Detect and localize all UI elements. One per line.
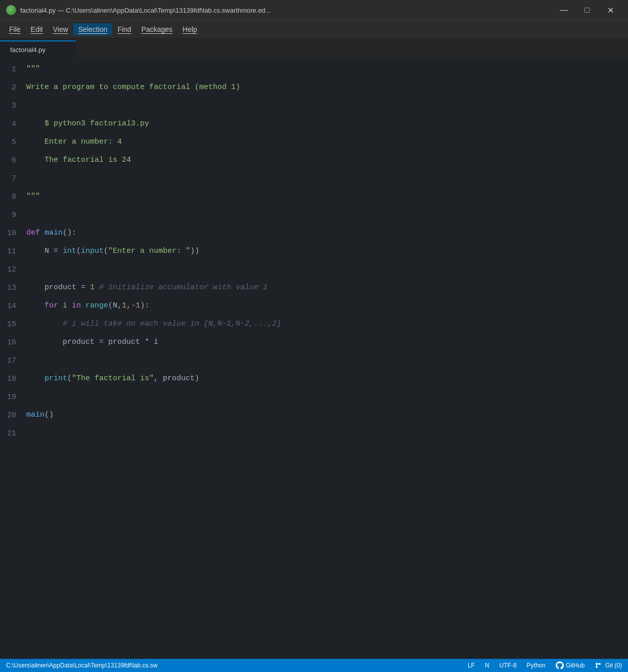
line-number: 14 bbox=[0, 302, 26, 310]
line-number: 10 bbox=[0, 229, 26, 238]
status-encoding[interactable]: UTF-8 bbox=[500, 662, 517, 669]
table-row: 13 product = 1 # initialize accumulator … bbox=[0, 279, 628, 297]
table-row: 1""" bbox=[0, 60, 628, 78]
maximize-button[interactable]: □ bbox=[575, 2, 599, 18]
menu-bar: FileEditViewSelectionFindPackagesHelp bbox=[0, 20, 628, 38]
menu-item-edit[interactable]: Edit bbox=[26, 23, 48, 35]
table-row: 8""" bbox=[0, 188, 628, 206]
table-row: 5 Enter a number: 4 bbox=[0, 133, 628, 151]
line-content[interactable]: N = int(input("Enter a number: ")) bbox=[26, 242, 199, 260]
table-row: 17 bbox=[0, 351, 628, 370]
line-number: 6 bbox=[0, 156, 26, 165]
line-number: 13 bbox=[0, 284, 26, 292]
table-row: 4 $ python3 factorial3.py bbox=[0, 115, 628, 133]
line-content[interactable]: product = 1 # initialize accumulator wit… bbox=[26, 279, 267, 297]
table-row: 3 bbox=[0, 97, 628, 115]
line-number: 17 bbox=[0, 356, 26, 365]
table-row: 19 bbox=[0, 388, 628, 406]
status-column[interactable]: N bbox=[485, 662, 489, 669]
table-row: 12 bbox=[0, 260, 628, 279]
github-icon bbox=[556, 661, 564, 669]
line-number: 1 bbox=[0, 65, 26, 74]
line-content[interactable]: """ bbox=[26, 60, 40, 78]
status-github[interactable]: GitHub bbox=[556, 661, 585, 669]
table-row: 2Write a program to compute factorial (m… bbox=[0, 78, 628, 97]
menu-item-selection[interactable]: Selection bbox=[73, 23, 113, 35]
window-title: factorial4.py — C:\Users\alinen\AppData\… bbox=[20, 7, 271, 14]
table-row: 7 bbox=[0, 169, 628, 188]
minimize-button[interactable]: — bbox=[552, 2, 575, 18]
table-row: 14 for i in range(N,1,-1): bbox=[0, 297, 628, 315]
menu-item-help[interactable]: Help bbox=[177, 23, 202, 35]
line-number: 7 bbox=[0, 174, 26, 183]
line-content[interactable]: def main(): bbox=[26, 224, 76, 242]
menu-item-find[interactable]: Find bbox=[112, 23, 136, 35]
line-number: 16 bbox=[0, 338, 26, 347]
line-number: 21 bbox=[0, 429, 26, 438]
line-number: 15 bbox=[0, 320, 26, 329]
table-row: 21 bbox=[0, 424, 628, 442]
menu-item-packages[interactable]: Packages bbox=[137, 23, 177, 35]
line-number: 5 bbox=[0, 138, 26, 147]
line-number: 11 bbox=[0, 247, 26, 256]
line-number: 18 bbox=[0, 375, 26, 383]
line-number: 20 bbox=[0, 411, 26, 420]
line-content[interactable]: for i in range(N,1,-1): bbox=[26, 297, 149, 315]
line-content[interactable]: Write a program to compute factorial (me… bbox=[26, 78, 240, 97]
tab-bar: factorial4.py bbox=[0, 38, 628, 58]
line-content[interactable]: The factorial is 24 bbox=[26, 151, 131, 169]
status-bar: C:\Users\alinen\AppData\Local\Temp\13139… bbox=[0, 659, 628, 672]
line-number: 12 bbox=[0, 265, 26, 274]
line-content[interactable]: product = product * i bbox=[26, 333, 158, 351]
line-content[interactable]: """ bbox=[26, 188, 40, 206]
line-content[interactable]: $ python3 factorial3.py bbox=[26, 115, 149, 133]
editor[interactable]: 1"""2Write a program to compute factoria… bbox=[0, 58, 628, 659]
menu-item-view[interactable]: View bbox=[48, 23, 73, 35]
status-git[interactable]: Git (0) bbox=[595, 662, 622, 669]
status-language[interactable]: Python bbox=[527, 662, 546, 669]
table-row: 18 print("The factorial is", product) bbox=[0, 370, 628, 388]
status-path: C:\Users\alinen\AppData\Local\Temp\13139… bbox=[6, 662, 158, 669]
line-content[interactable]: # i will take on each value in [N,N-1,N-… bbox=[26, 315, 281, 333]
close-button[interactable]: ✕ bbox=[599, 2, 622, 18]
table-row: 15 # i will take on each value in [N,N-1… bbox=[0, 315, 628, 333]
vscode-icon bbox=[6, 5, 16, 15]
table-row: 20main() bbox=[0, 406, 628, 424]
svg-point-2 bbox=[596, 666, 598, 668]
line-number: 2 bbox=[0, 83, 26, 92]
line-number: 8 bbox=[0, 193, 26, 201]
line-number: 19 bbox=[0, 393, 26, 401]
line-content[interactable]: main() bbox=[26, 406, 54, 424]
status-right: LF N UTF-8 Python GitHub Git (0) bbox=[468, 661, 622, 669]
tab-label: factorial4.py bbox=[10, 46, 46, 54]
status-line-ending[interactable]: LF bbox=[468, 662, 475, 669]
table-row: 9 bbox=[0, 206, 628, 224]
title-bar: factorial4.py — C:\Users\alinen\AppData\… bbox=[0, 0, 628, 20]
line-content[interactable]: print("The factorial is", product) bbox=[26, 370, 199, 388]
tab-factorial4[interactable]: factorial4.py bbox=[0, 40, 76, 58]
menu-item-file[interactable]: File bbox=[4, 23, 26, 35]
window-controls: — □ ✕ bbox=[552, 2, 622, 18]
table-row: 10def main(): bbox=[0, 224, 628, 242]
line-number: 4 bbox=[0, 120, 26, 128]
line-number: 9 bbox=[0, 211, 26, 219]
table-row: 6 The factorial is 24 bbox=[0, 151, 628, 169]
git-icon bbox=[595, 662, 602, 669]
line-number: 3 bbox=[0, 102, 26, 110]
table-row: 16 product = product * i bbox=[0, 333, 628, 351]
table-row: 11 N = int(input("Enter a number: ")) bbox=[0, 242, 628, 260]
line-content[interactable]: Enter a number: 4 bbox=[26, 133, 122, 151]
